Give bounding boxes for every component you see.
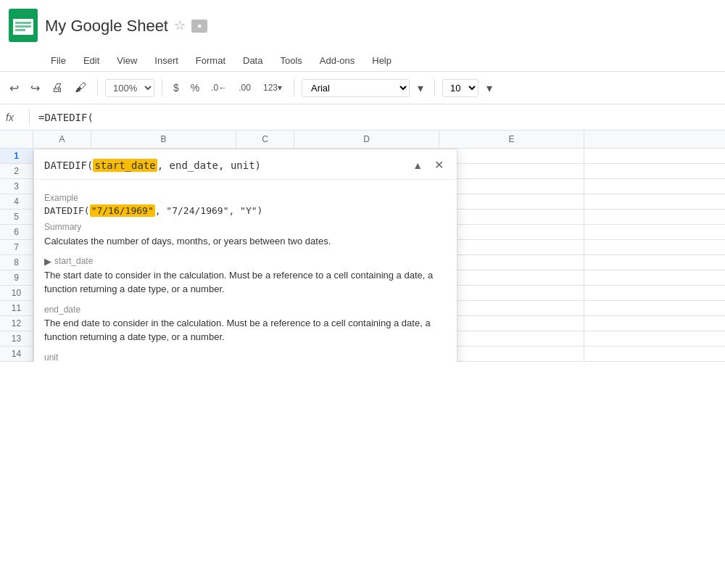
param-name-end: end_date bbox=[44, 305, 80, 315]
example-highlight: "7/16/1969" bbox=[90, 204, 155, 217]
row-num-10[interactable]: 10 bbox=[0, 286, 33, 300]
param-arrow: ▶ bbox=[44, 256, 51, 267]
top-bar: My Google Sheet ☆ ▪ bbox=[0, 0, 725, 49]
folder-icon[interactable]: ▪ bbox=[191, 20, 207, 33]
popup-summary: Calculates the number of days, months, o… bbox=[44, 234, 447, 249]
font-select[interactable]: Arial Times New Roman Courier New bbox=[302, 79, 410, 97]
popup-controls: ▲ ✕ bbox=[410, 157, 447, 173]
param-start-date: ▶ start_date The start date to consider … bbox=[44, 256, 447, 297]
formula-bar: fx bbox=[0, 104, 725, 131]
example-label: Example bbox=[44, 193, 447, 203]
autocomplete-popup: DATEDIF(start_date, end_date, unit) ▲ ✕ … bbox=[33, 149, 457, 362]
row-num-11[interactable]: 11 bbox=[0, 301, 33, 315]
row-num-1[interactable]: 1 bbox=[0, 149, 33, 163]
format-123-button[interactable]: 123▾ bbox=[259, 80, 286, 96]
menu-data[interactable]: Data bbox=[236, 53, 270, 68]
formula-input[interactable] bbox=[36, 110, 719, 125]
col-headers: A B C D E bbox=[0, 131, 725, 149]
row-num-12[interactable]: 12 bbox=[0, 316, 33, 331]
decimal-less-button[interactable]: .0← bbox=[207, 80, 231, 96]
popup-example: DATEDIF("7/16/1969", "7/24/1969", "Y") bbox=[44, 205, 447, 216]
col-header-c[interactable]: C bbox=[236, 131, 294, 148]
print-button[interactable]: 🖨 bbox=[48, 78, 67, 97]
param-name-unit: unit bbox=[44, 352, 58, 363]
decimal-more-button[interactable]: .00 bbox=[235, 80, 254, 96]
menu-view[interactable]: View bbox=[109, 53, 144, 68]
menu-addons[interactable]: Add-ons bbox=[312, 53, 362, 68]
row-num-header bbox=[0, 131, 33, 148]
popup-highlight: start_date bbox=[93, 159, 157, 172]
undo-button[interactable]: ↩ bbox=[6, 78, 22, 98]
param-desc-start: The start date to consider in the calcul… bbox=[44, 268, 447, 297]
col-header-b[interactable]: B bbox=[91, 131, 236, 148]
col-header-e[interactable]: E bbox=[439, 131, 584, 148]
popup-header: DATEDIF(start_date, end_date, unit) ▲ ✕ bbox=[34, 149, 457, 180]
col-header-d[interactable]: D bbox=[294, 131, 439, 148]
row-num-5[interactable]: 5 bbox=[0, 210, 33, 224]
font-size-dropdown-button[interactable]: ▾ bbox=[483, 78, 496, 98]
row-num-7[interactable]: 7 bbox=[0, 240, 33, 254]
toolbar-sep-1 bbox=[97, 79, 98, 96]
row-num-4[interactable]: 4 bbox=[0, 194, 33, 209]
toolbar: ↩ ↪ 🖨 🖌 100% 75% 50% 125% 150% $ % .0← .… bbox=[0, 71, 725, 104]
svg-rect-3 bbox=[15, 25, 31, 28]
app-logo bbox=[9, 9, 38, 44]
param-desc-end: The end date to consider in the calculat… bbox=[44, 316, 447, 344]
row-num-6[interactable]: 6 bbox=[0, 225, 33, 239]
menu-bar: File Edit View Insert Format Data Tools … bbox=[0, 49, 725, 71]
title-area: My Google Sheet ☆ ▪ bbox=[45, 17, 207, 36]
doc-title: My Google Sheet ☆ ▪ bbox=[45, 17, 207, 36]
toolbar-sep-4 bbox=[434, 79, 435, 96]
menu-insert[interactable]: Insert bbox=[147, 53, 186, 68]
rows-area: 1 2 3 4 5 6 bbox=[0, 149, 725, 362]
svg-rect-2 bbox=[15, 22, 31, 24]
popup-close-button[interactable]: ✕ bbox=[431, 157, 447, 173]
popup-body: Example DATEDIF("7/16/1969", "7/24/1969"… bbox=[34, 180, 457, 362]
menu-help[interactable]: Help bbox=[365, 53, 399, 68]
menu-tools[interactable]: Tools bbox=[273, 53, 309, 68]
doc-title-text[interactable]: My Google Sheet bbox=[45, 17, 168, 36]
fx-label: fx bbox=[6, 112, 20, 123]
font-size-select[interactable]: 10 8 9 11 12 14 bbox=[442, 79, 478, 97]
param-end-date: end_date The end date to consider in the… bbox=[44, 304, 447, 344]
row-num-9[interactable]: 9 bbox=[0, 270, 33, 285]
row-num-8[interactable]: 8 bbox=[0, 255, 33, 270]
formula-divider bbox=[29, 109, 30, 126]
menu-format[interactable]: Format bbox=[188, 53, 233, 68]
redo-button[interactable]: ↪ bbox=[27, 78, 44, 98]
star-icon[interactable]: ☆ bbox=[174, 18, 186, 34]
param-name-start: start_date bbox=[54, 256, 93, 266]
spreadsheet-area: A B C D E 1 2 3 4 bbox=[0, 131, 725, 588]
cell-e1[interactable] bbox=[439, 149, 584, 163]
popup-signature: DATEDIF(start_date, end_date, unit) bbox=[44, 160, 261, 171]
param-unit: unit A string abbreviation for unit of t… bbox=[44, 352, 447, 363]
percent-button[interactable]: % bbox=[187, 79, 203, 96]
font-dropdown-button[interactable]: ▾ bbox=[414, 78, 427, 98]
zoom-select[interactable]: 100% 75% 50% 125% 150% bbox=[105, 79, 154, 97]
toolbar-sep-3 bbox=[294, 79, 294, 96]
row-num-13[interactable]: 13 bbox=[0, 331, 33, 346]
row-num-3[interactable]: 3 bbox=[0, 179, 33, 194]
row-num-2[interactable]: 2 bbox=[0, 164, 33, 178]
menu-edit[interactable]: Edit bbox=[76, 53, 107, 68]
col-header-a[interactable]: A bbox=[33, 131, 91, 148]
menu-file[interactable]: File bbox=[44, 53, 73, 68]
popup-nav-up[interactable]: ▲ bbox=[410, 158, 426, 173]
paint-format-button[interactable]: 🖌 bbox=[71, 78, 90, 97]
cell-e2[interactable] bbox=[439, 164, 584, 178]
svg-rect-4 bbox=[15, 29, 25, 31]
toolbar-sep-2 bbox=[162, 79, 162, 96]
summary-label: Summary bbox=[44, 222, 447, 232]
row-num-14[interactable]: 14 bbox=[0, 347, 33, 361]
currency-button[interactable]: $ bbox=[170, 79, 183, 96]
